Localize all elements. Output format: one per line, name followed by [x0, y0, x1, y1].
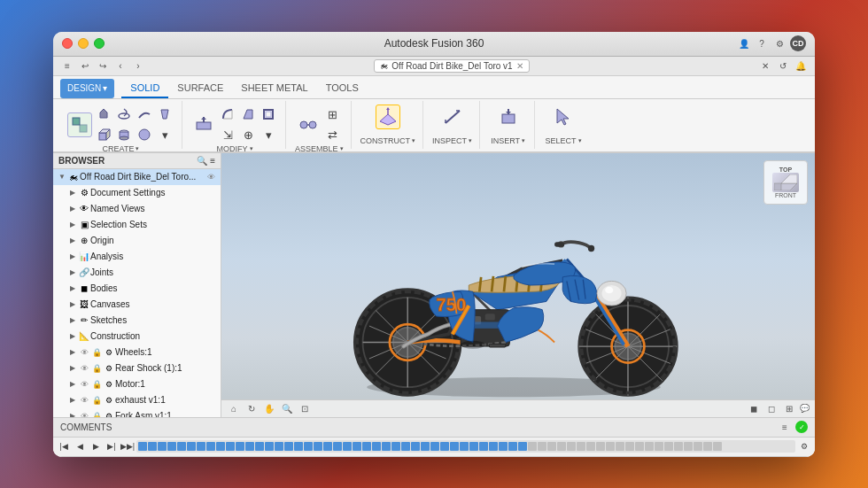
- scale-icon[interactable]: ⇲: [218, 125, 237, 144]
- measure-icon[interactable]: [440, 105, 465, 129]
- notification-icon[interactable]: 🔔: [794, 58, 808, 73]
- tree-item-fork-asm[interactable]: ▶ 👁 🔒 ⚙ Fork Asm v1:1: [53, 408, 221, 417]
- timeline-cell[interactable]: [236, 442, 244, 451]
- timeline-cell[interactable]: [216, 442, 225, 451]
- timeline-cell[interactable]: [421, 442, 430, 451]
- tree-item-root[interactable]: ▼ 🏍 Off Road Dirt Bike_Del Toro... 👁: [53, 169, 221, 185]
- timeline-cell[interactable]: [684, 442, 693, 451]
- tree-arrow[interactable]: ▶: [67, 204, 78, 214]
- view-cube[interactable]: TOP FRONT: [763, 160, 808, 205]
- timeline-cell[interactable]: [499, 442, 508, 451]
- tree-item-bodies[interactable]: ▶ ◼ Bodies: [53, 281, 221, 297]
- timeline-cell[interactable]: [411, 442, 420, 451]
- user-avatar[interactable]: CD: [790, 35, 806, 51]
- timeline-cell[interactable]: [343, 442, 352, 451]
- tree-item-selection-sets[interactable]: ▶ ▣ Selection Sets: [53, 217, 221, 233]
- timeline-cell[interactable]: [362, 442, 371, 451]
- timeline-cell[interactable]: [674, 442, 683, 451]
- undo-icon[interactable]: ↩: [78, 58, 92, 73]
- display-settings-icon[interactable]: ⊞: [782, 401, 796, 415]
- tree-item-construction[interactable]: ▶ 📐 Construction: [53, 329, 221, 345]
- tree-arrow[interactable]: ▶: [67, 379, 78, 390]
- tree-item-origin[interactable]: ▶ ⊕ Origin: [53, 233, 221, 249]
- tree-lock-exhaust[interactable]: 🔒: [90, 394, 103, 407]
- timeline-cell[interactable]: [508, 442, 517, 451]
- timeline-cell[interactable]: [694, 442, 702, 451]
- shading-icon[interactable]: ◼: [747, 401, 761, 415]
- extrude-icon[interactable]: [94, 105, 113, 124]
- timeline-cell[interactable]: [557, 442, 566, 451]
- timeline-cell[interactable]: [616, 442, 624, 451]
- tree-eye-motor[interactable]: 👁: [78, 378, 90, 391]
- tree-arrow[interactable]: ▶: [67, 188, 78, 198]
- chamfer-icon[interactable]: [238, 105, 258, 124]
- timeline-cell[interactable]: [197, 442, 205, 451]
- minimize-button[interactable]: [78, 38, 89, 49]
- timeline-cell[interactable]: [450, 442, 459, 451]
- box-icon[interactable]: [94, 125, 113, 144]
- timeline-cell[interactable]: [177, 442, 186, 451]
- timeline-cell[interactable]: [479, 442, 488, 451]
- tree-eye-wheels[interactable]: 👁: [78, 346, 90, 359]
- tree-arrow[interactable]: ▶: [67, 267, 78, 278]
- tree-arrow[interactable]: ▶: [67, 252, 78, 262]
- timeline-cell[interactable]: [703, 442, 712, 451]
- viewport[interactable]: TOP FRONT: [221, 153, 815, 417]
- tree-item-joints[interactable]: ▶ 🔗 Joints: [53, 265, 221, 281]
- tree-item-doc-settings[interactable]: ▶ ⚙ Document Settings: [53, 185, 221, 201]
- tree-eye-fork[interactable]: 👁: [78, 410, 90, 417]
- tab-sheet-metal[interactable]: SHEET METAL: [232, 79, 316, 98]
- timeline-cell[interactable]: [167, 442, 176, 451]
- help-icon[interactable]: ?: [755, 36, 769, 50]
- tree-item-sketches[interactable]: ▶ ✏ Sketches: [53, 313, 221, 329]
- timeline-cell[interactable]: [333, 442, 342, 451]
- sweep-icon[interactable]: [135, 105, 154, 124]
- timeline-cell[interactable]: [265, 442, 274, 451]
- timeline-cell[interactable]: [323, 442, 332, 451]
- timeline-cell[interactable]: [586, 442, 595, 451]
- timeline-next-icon[interactable]: ▶|: [105, 439, 119, 453]
- close-tab-icon[interactable]: ✕: [758, 58, 772, 73]
- maximize-button[interactable]: [94, 38, 105, 49]
- timeline-start-icon[interactable]: |◀: [57, 439, 71, 453]
- tree-eye-root[interactable]: 👁: [205, 171, 217, 183]
- zoom-icon[interactable]: 🔍: [280, 401, 294, 415]
- timeline-cell[interactable]: [138, 442, 147, 451]
- tree-item-exhaust[interactable]: ▶ 👁 🔒 ⚙ exhaust v1:1: [53, 392, 221, 408]
- timeline-cell[interactable]: [148, 442, 157, 451]
- timeline-cell[interactable]: [275, 442, 283, 451]
- timeline-cell[interactable]: [655, 442, 663, 451]
- sphere-icon[interactable]: [135, 125, 154, 144]
- timeline-cell[interactable]: [664, 442, 673, 451]
- tree-arrow[interactable]: ▶: [67, 395, 78, 406]
- timeline-cell[interactable]: [372, 442, 381, 451]
- timeline-cell[interactable]: [567, 442, 576, 451]
- motion-link-icon[interactable]: ⇄: [322, 125, 342, 144]
- construct-plane-icon[interactable]: [376, 105, 400, 129]
- joint-icon[interactable]: [296, 112, 321, 137]
- timeline-cell[interactable]: [353, 442, 361, 451]
- tree-arrow[interactable]: ▶: [67, 299, 78, 310]
- timeline-cell[interactable]: [606, 442, 615, 451]
- browser-menu-icon[interactable]: ≡: [210, 156, 215, 166]
- timeline-cell[interactable]: [294, 442, 303, 451]
- tree-lock-motor[interactable]: 🔒: [90, 378, 103, 391]
- tab-tools[interactable]: TOOLS: [317, 79, 368, 98]
- close-button[interactable]: [62, 38, 73, 49]
- timeline-cell[interactable]: [314, 442, 322, 451]
- tree-item-analysis[interactable]: ▶ 📊 Analysis: [53, 249, 221, 265]
- tree-item-rear-shock[interactable]: ▶ 👁 🔒 ⚙ Rear Shock (1):1: [53, 360, 221, 376]
- timeline-cell[interactable]: [158, 442, 167, 451]
- chat-icon[interactable]: 💬: [800, 404, 810, 413]
- timeline-cell[interactable]: [187, 442, 196, 451]
- timeline-cell[interactable]: [469, 442, 478, 451]
- settings-icon[interactable]: ⚙: [772, 36, 787, 50]
- timeline-cell[interactable]: [304, 442, 313, 451]
- combine-icon[interactable]: ⊕: [238, 125, 258, 144]
- timeline-cell[interactable]: [401, 442, 410, 451]
- timeline-cell[interactable]: [528, 442, 537, 451]
- timeline-end-icon[interactable]: ▶▶|: [120, 439, 135, 453]
- timeline-cell[interactable]: [518, 442, 527, 451]
- timeline-cell[interactable]: [713, 442, 722, 451]
- tree-arrow[interactable]: ▶: [67, 220, 78, 230]
